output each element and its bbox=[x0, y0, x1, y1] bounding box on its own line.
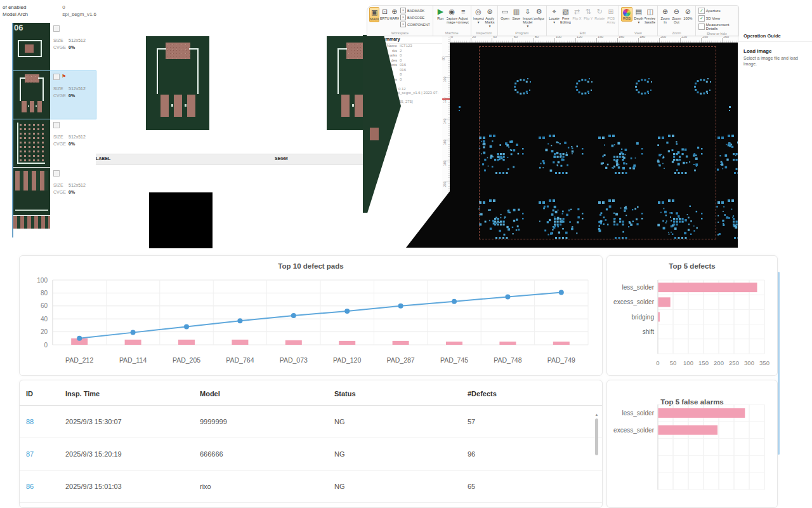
workspace-check-badmark[interactable]: ×BADMARK bbox=[400, 8, 430, 13]
table-scrollbar[interactable]: ▲ bbox=[594, 412, 599, 504]
screen: of enabled 0 Model Arch spi_segm_v1.6 06… bbox=[0, 0, 812, 508]
capture-button[interactable]: ◉Capture Image ▾ bbox=[447, 7, 457, 25]
column-header: Status bbox=[328, 380, 461, 406]
operation-guide-title: Operation Guide bbox=[738, 30, 812, 42]
checkbox-icon: ✓ bbox=[698, 8, 705, 14]
main-button[interactable]: ▣MAIN bbox=[369, 7, 379, 22]
zoom-100-button[interactable]: ⊘100% bbox=[683, 7, 693, 21]
silkscreen-bracket bbox=[38, 77, 44, 101]
toolbar-button-label: Flip X bbox=[572, 17, 581, 20]
toolbar-button-label: Apply Marks ▾ bbox=[485, 17, 495, 28]
free-edit-button[interactable]: ▧Free Editing bbox=[560, 7, 571, 25]
table-cell: 666666 bbox=[193, 438, 328, 471]
table-row[interactable]: 872025/9/3 15:20:19666666NG96 bbox=[20, 438, 602, 471]
flip-y-button[interactable]: ⇅Flip Y bbox=[583, 7, 594, 21]
table-cell: 65 bbox=[461, 471, 602, 503]
thumbnail-checkbox[interactable] bbox=[53, 170, 60, 177]
pcb-array-button[interactable]: ⊞PCB Array bbox=[606, 7, 617, 25]
toolbar-button-label: Adjust Conveyor bbox=[458, 17, 469, 24]
toolbar-button-label: Save bbox=[513, 17, 521, 20]
inspection-id-link[interactable]: 88 bbox=[20, 406, 59, 438]
toolbar-group-inspection: ◎Inspect ▾⊛Apply Marks ▾Inspection bbox=[471, 6, 498, 36]
scroll-accent-bar[interactable] bbox=[778, 272, 780, 455]
column-header: Insp. Time bbox=[59, 380, 193, 406]
solder-pad bbox=[355, 95, 363, 117]
table-row[interactable]: 862025/9/3 15:01:03rixoNG65 bbox=[20, 471, 602, 503]
checkbox-label: COMPONENT bbox=[407, 23, 430, 27]
import-button[interactable]: ⇩Import Model ▾ bbox=[522, 7, 533, 29]
toolbar-group-program: ▭Open▥Save⇩Import Model ▾⚙ConfigureProgr… bbox=[498, 6, 547, 36]
apply-marks-button[interactable]: ⊛Apply Marks ▾ bbox=[485, 7, 495, 29]
configure-button[interactable]: ⚙Configure bbox=[534, 7, 544, 21]
category-label: less_solder bbox=[622, 284, 654, 291]
configure-icon: ⚙ bbox=[536, 8, 542, 17]
inspection-id-link[interactable]: 87 bbox=[20, 438, 59, 471]
checkbox-icon: × bbox=[400, 8, 406, 13]
inspection-id-link[interactable]: 86 bbox=[20, 471, 59, 503]
toolbar-button-label: Run bbox=[437, 17, 443, 20]
toolbar-group-label: View bbox=[621, 30, 655, 35]
defect-bar bbox=[285, 340, 302, 345]
solder-pad bbox=[187, 95, 195, 117]
chart-title: Top 5 defects bbox=[607, 256, 777, 270]
showhide-check-aperture[interactable]: ✓Aperture bbox=[698, 8, 735, 14]
workspace-check-barcode[interactable]: ×BARCODE bbox=[400, 15, 430, 20]
summary-field-value: 016 bbox=[400, 63, 406, 68]
thumbnail-checkbox[interactable] bbox=[53, 25, 60, 32]
rotate-button[interactable]: ↻Rotate bbox=[594, 7, 605, 21]
locate-button[interactable]: ⌖Locate ▾ bbox=[549, 7, 560, 25]
defect-bar bbox=[178, 340, 195, 345]
zoom-in-button[interactable]: ⊕Zoom In bbox=[660, 7, 671, 25]
depth-button[interactable]: ▤Depth ▾ bbox=[633, 7, 644, 25]
table-cell: NG bbox=[328, 406, 461, 438]
table-cell: NG bbox=[328, 438, 461, 471]
thumbnail-checkbox[interactable] bbox=[53, 74, 60, 80]
workspace-check-component[interactable]: ×COMPONENT bbox=[400, 22, 430, 27]
open-button[interactable]: ▭Open bbox=[500, 7, 511, 21]
rgb-button[interactable]: RGB bbox=[621, 7, 633, 22]
checkbox-icon: × bbox=[400, 22, 406, 27]
defect-bar bbox=[125, 340, 141, 345]
sidebar-thumbnail-item[interactable]: SIZE512x512CVGE0% bbox=[13, 168, 96, 215]
pcb-inspection-viewport[interactable] bbox=[450, 43, 738, 248]
save-button[interactable]: ▥Save bbox=[511, 7, 521, 21]
guide-step-description: Select a image file and load image. bbox=[738, 55, 812, 67]
summary-field-value: 2 bbox=[400, 49, 402, 54]
showhide-check-measurement-details[interactable]: Measurement Details bbox=[698, 23, 735, 30]
save-icon: ▥ bbox=[513, 8, 520, 17]
toolbar-group-label: Inspection bbox=[473, 30, 495, 35]
partial-thumbnail bbox=[13, 216, 50, 229]
thumbnail-info: ⚑SIZE512x512CVGE0% bbox=[50, 71, 96, 119]
sidebar-thumbnail-item[interactable]: 06SIZE512x512CVGE0% bbox=[13, 23, 96, 70]
scrollbar-thumb[interactable] bbox=[595, 418, 598, 455]
sidebar-thumbnail-item[interactable]: ⚑SIZE512x512CVGE0% bbox=[13, 71, 96, 119]
run-button[interactable]: ▶Run bbox=[435, 7, 446, 21]
defect-hbar bbox=[658, 312, 660, 322]
conveyor-button[interactable]: ≡Adjust Conveyor bbox=[458, 7, 469, 25]
solder-pad bbox=[25, 44, 33, 53]
showhide-check-3d-view[interactable]: ✓3D View bbox=[698, 15, 735, 22]
inspect-button[interactable]: ◎Inspect ▾ bbox=[473, 7, 484, 25]
toolbar-button-label: Depth ▾ bbox=[633, 17, 644, 24]
top5-false-alarms-card: Top 5 false alarms less_solderexcess_sol… bbox=[606, 380, 778, 508]
table-row[interactable]: 882025/9/3 15:30:079999999NG57 bbox=[20, 406, 602, 438]
x-category-label: PAD_073 bbox=[280, 356, 308, 364]
flip-x-button[interactable]: ⇄Flip X bbox=[572, 7, 582, 21]
checkbox-icon: ✓ bbox=[698, 15, 705, 22]
scroll-up-icon[interactable]: ▲ bbox=[594, 412, 599, 417]
solder-pad bbox=[22, 101, 27, 112]
preview-button[interactable]: ◫Preview Classified bbox=[645, 7, 655, 25]
table-cell: 96 bbox=[461, 438, 602, 471]
thumbnail-checkbox[interactable] bbox=[53, 122, 60, 128]
import-icon: ⇩ bbox=[525, 8, 530, 17]
ruler-position-marker bbox=[442, 98, 450, 100]
zoom-out-button[interactable]: ⊖Zoom Out bbox=[671, 7, 682, 25]
category-label: excess_solder bbox=[613, 298, 655, 305]
defect-point bbox=[131, 330, 136, 335]
mark-button[interactable]: ⊕MARK bbox=[390, 7, 399, 21]
summary-field-value: 0 bbox=[400, 58, 402, 64]
toolbar-button-label: APERTURE bbox=[380, 17, 389, 20]
defect-hbar bbox=[658, 425, 718, 435]
aperture-button[interactable]: ⊡APERTURE bbox=[380, 7, 389, 21]
sidebar-thumbnail-item[interactable]: SIZE512x512CVGE0% bbox=[13, 119, 96, 167]
